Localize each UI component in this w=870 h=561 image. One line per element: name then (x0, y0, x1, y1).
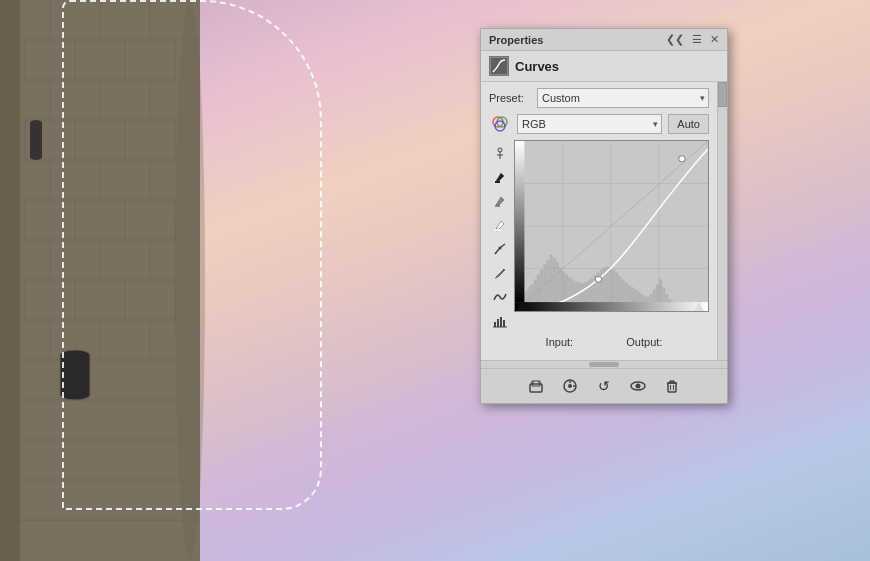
svg-rect-136 (515, 302, 708, 311)
svg-point-135 (679, 156, 685, 162)
svg-rect-137 (515, 141, 524, 302)
svg-point-143 (568, 384, 572, 388)
svg-point-134 (595, 276, 601, 282)
panel-menu-icon[interactable]: ☰ (692, 33, 702, 46)
panel-header: Curves (481, 51, 727, 82)
pencil-draw-button[interactable] (489, 262, 511, 284)
svg-rect-58 (495, 205, 500, 207)
svg-rect-65 (500, 317, 502, 327)
pencil-draw-icon (493, 266, 507, 280)
trash-icon (664, 378, 680, 394)
svg-rect-45 (0, 0, 20, 561)
properties-panel: Properties ❮❮ ☰ ✕ Curves Preset: Custom (480, 28, 728, 404)
preset-dropdown[interactable]: Custom Default Strong Contrast Linear Co… (537, 88, 709, 108)
eye-icon (630, 378, 646, 394)
smooth-curve-icon (493, 290, 507, 304)
svg-point-147 (636, 384, 641, 389)
black-point-slider[interactable] (517, 301, 529, 311)
auto-button[interactable]: Auto (668, 114, 709, 134)
curves-graph[interactable] (514, 140, 709, 312)
curves-thumb-icon (489, 56, 509, 76)
clip-to-layer-icon (528, 378, 544, 394)
eyedropper-black-button[interactable] (489, 166, 511, 188)
input-label: Input: (546, 336, 574, 348)
preset-label: Preset: (489, 92, 531, 104)
svg-rect-66 (503, 320, 505, 327)
panel-scrollbar[interactable] (717, 82, 727, 360)
rgb-dropdown[interactable]: RGB Red Green Blue (517, 114, 662, 134)
view-previous-icon (562, 378, 578, 394)
rgb-row: RGB Red Green Blue ▾ Auto (489, 113, 709, 135)
preset-row: Preset: Custom Default Strong Contrast L… (489, 88, 709, 108)
scrollbar-thumb[interactable] (718, 82, 727, 107)
tools-column (489, 140, 511, 332)
eyedropper-white-button[interactable] (489, 214, 511, 236)
svg-rect-59 (495, 229, 500, 231)
curve-edit-button[interactable] (489, 238, 511, 260)
delete-button[interactable] (660, 374, 684, 398)
titlebar-controls: ❮❮ ☰ ✕ (666, 33, 719, 46)
output-label: Output: (626, 336, 662, 348)
curves-graph-svg (515, 141, 708, 311)
view-previous-button[interactable] (558, 374, 582, 398)
svg-rect-48 (30, 120, 42, 160)
eyedropper-white-icon (493, 218, 507, 232)
clip-to-layer-button[interactable] (524, 374, 548, 398)
curves-channel-icon (491, 115, 509, 133)
curves-label: Curves (515, 59, 559, 74)
curves-main-area (489, 140, 709, 332)
close-icon[interactable]: ✕ (710, 33, 719, 46)
bottom-toolbar: ↺ (481, 368, 727, 403)
smooth-curve-button[interactable] (489, 286, 511, 308)
svg-rect-46 (60, 350, 90, 400)
io-labels-row: Input: Output: (489, 336, 709, 352)
eyedropper-black-icon (493, 170, 507, 184)
svg-point-49 (175, 0, 205, 560)
panel-title: Properties (489, 34, 543, 46)
svg-rect-64 (497, 319, 499, 327)
svg-rect-63 (494, 322, 496, 327)
channel-icon (489, 113, 511, 135)
svg-rect-57 (495, 181, 500, 183)
svg-line-61 (503, 269, 504, 270)
bottom-scroll-area (481, 360, 727, 368)
castle-tower (0, 0, 280, 561)
curve-edit-icon (493, 242, 507, 256)
reset-button[interactable]: ↺ (592, 374, 616, 398)
preset-dropdown-wrapper: Custom Default Strong Contrast Linear Co… (537, 88, 709, 108)
eyedropper-sample-icon (493, 146, 507, 160)
svg-rect-148 (668, 383, 676, 392)
eyedropper-gray-button[interactable] (489, 190, 511, 212)
collapse-icon[interactable]: ❮❮ (666, 33, 684, 46)
eyedropper-gray-icon (493, 194, 507, 208)
svg-point-60 (499, 247, 502, 250)
eyedropper-sample-button[interactable] (489, 142, 511, 164)
panel-titlebar: Properties ❮❮ ☰ ✕ (481, 29, 727, 51)
toggle-visibility-button[interactable] (626, 374, 650, 398)
histogram-button[interactable] (489, 310, 511, 332)
white-point-slider[interactable] (694, 302, 704, 311)
histogram-icon (493, 314, 507, 328)
svg-point-54 (498, 148, 502, 152)
rgb-dropdown-wrapper: RGB Red Green Blue ▾ (517, 114, 662, 134)
